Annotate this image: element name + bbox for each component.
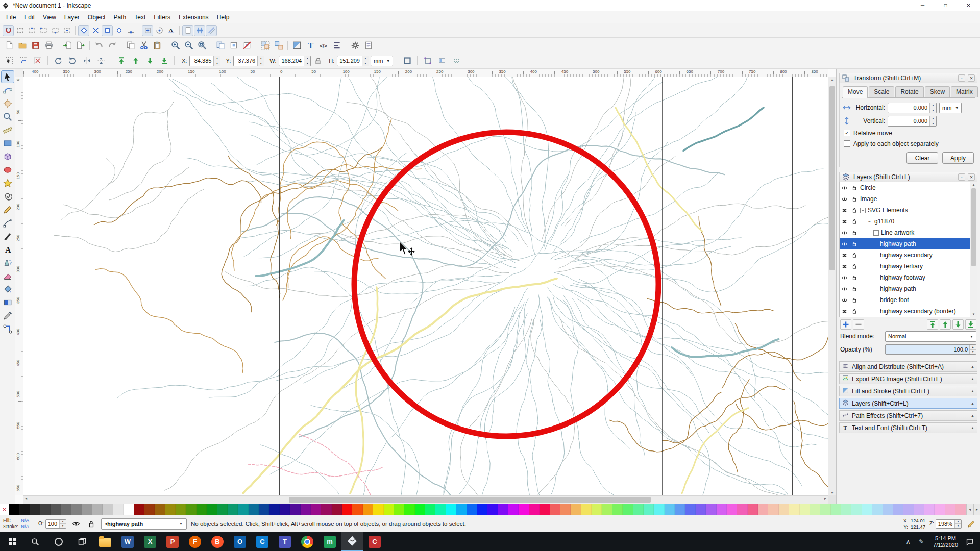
menu-help[interactable]: Help — [213, 12, 234, 22]
fill-stroke-dock[interactable]: Fill and Stroke (Shift+Ctrl+F)▲ — [839, 386, 977, 396]
align-distribute-dock[interactable]: Align and Distribute (Shift+Ctrl+A)▲ — [839, 361, 977, 372]
fill-stroke-indicator[interactable]: Fill: N/A Stroke: N/A — [3, 518, 34, 530]
vertical-spinner[interactable]: ▲▼ — [929, 116, 936, 126]
layer-visibility-toggle[interactable] — [840, 252, 849, 259]
tweak-tool-button[interactable] — [1, 97, 14, 110]
palette-swatch[interactable] — [519, 504, 529, 515]
palette-swatch[interactable] — [633, 504, 644, 515]
palette-swatch[interactable] — [259, 504, 269, 515]
palette-swatch[interactable] — [197, 504, 207, 515]
menu-object[interactable]: Object — [84, 12, 110, 22]
layer-visibility-toggle[interactable] — [840, 308, 849, 315]
palette-swatch[interactable] — [113, 504, 124, 515]
zoom-indicator[interactable]: Z: 198%▲▼ — [929, 519, 962, 529]
palette-swatch[interactable] — [737, 504, 747, 515]
palette-swatch[interactable] — [92, 504, 103, 515]
palette-swatch[interactable] — [332, 504, 342, 515]
layer-row-svg-elements[interactable]: −SVG Elements — [840, 205, 970, 216]
palette-swatch[interactable] — [249, 504, 259, 515]
palette-swatch[interactable] — [550, 504, 560, 515]
import-button[interactable] — [61, 39, 74, 52]
palette-swatch[interactable] — [924, 504, 935, 515]
bezier-tool-button[interactable] — [1, 216, 14, 229]
layer-lock-toggle[interactable] — [849, 252, 859, 258]
dock-float-button[interactable]: ▫ — [958, 74, 965, 82]
snap-bbox-edges-button[interactable] — [26, 25, 37, 36]
scroll-right-icon[interactable]: ▸ — [824, 496, 826, 501]
print-document-button[interactable] — [42, 39, 55, 52]
palette-swatch[interactable] — [477, 504, 487, 515]
snap-grids-button[interactable] — [194, 25, 205, 36]
horizontal-scrollbar-thumb[interactable] — [289, 497, 651, 503]
raise-to-top-button[interactable] — [115, 55, 128, 67]
palette-swatch[interactable] — [51, 504, 61, 515]
zoom-drawing-button[interactable] — [169, 39, 182, 52]
connector-tool-button[interactable] — [1, 322, 14, 335]
taskbar-app-meet[interactable]: m — [318, 532, 341, 551]
rectangle-tool-button[interactable] — [1, 137, 14, 149]
palette-swatch[interactable] — [665, 504, 675, 515]
palette-swatch[interactable] — [176, 504, 186, 515]
layer-row-highway-secondary-border-[interactable]: highway secondary (border) — [840, 306, 970, 317]
document-properties-button[interactable] — [362, 39, 375, 52]
palette-swatch[interactable] — [779, 504, 789, 515]
snap-line-midpoints-button[interactable] — [125, 25, 136, 36]
layer-row-highway-tertiary[interactable]: highway tertiary — [840, 261, 970, 272]
palette-swatch[interactable] — [872, 504, 883, 515]
palette-swatch[interactable] — [727, 504, 737, 515]
layer-visibility-toggle[interactable] — [840, 274, 849, 281]
tab-matrix[interactable]: Matrix — [951, 86, 978, 97]
maximize-button[interactable]: □ — [934, 0, 957, 11]
align-dialog-button[interactable] — [330, 39, 343, 52]
relative-move-checkbox[interactable]: ✓ Relative move — [842, 128, 975, 138]
h-spinner[interactable]: ▲▼ — [362, 56, 369, 66]
palette-swatch[interactable] — [955, 504, 966, 515]
fill-stroke-dialog-button[interactable] — [290, 39, 303, 52]
lower-to-bottom-button[interactable] — [158, 55, 170, 67]
palette-swatch[interactable] — [82, 504, 92, 515]
palette-swatch[interactable] — [404, 504, 414, 515]
tree-expander-icon[interactable]: − — [873, 230, 879, 236]
affect-gradients-toggle[interactable] — [435, 55, 448, 67]
palette-swatch[interactable] — [435, 504, 446, 515]
taskbar-app-app-c-red[interactable]: C — [363, 532, 386, 551]
unlink-clone-button[interactable] — [240, 39, 253, 52]
ungroup-button[interactable] — [272, 39, 285, 52]
delete-layer-button[interactable] — [853, 319, 864, 330]
layer-row-circle[interactable]: Circle — [840, 182, 970, 193]
layer-lock-toggle[interactable] — [849, 207, 859, 213]
vertical-scrollbar-thumb[interactable] — [829, 86, 835, 270]
taskbar-search-button[interactable] — [23, 532, 47, 551]
flip-horizontal-button[interactable] — [80, 55, 93, 67]
select-all-button[interactable] — [3, 55, 15, 67]
scroll-up-icon[interactable]: ▲ — [828, 78, 836, 82]
preferences-button[interactable] — [349, 39, 361, 52]
path-effects-dock[interactable]: Path Effects (Shift+Ctrl+7)▲ — [839, 410, 977, 421]
palette-swatch[interactable] — [935, 504, 945, 515]
palette-swatch[interactable] — [914, 504, 924, 515]
palette-swatch[interactable] — [820, 504, 830, 515]
palette-swatch[interactable] — [217, 504, 228, 515]
palette-swatch[interactable] — [134, 504, 144, 515]
bucket-tool-button[interactable] — [1, 283, 14, 295]
box3d-tool-button[interactable] — [1, 150, 14, 163]
export-button[interactable] — [74, 39, 87, 52]
start-button[interactable] — [0, 532, 23, 551]
palette-swatch[interactable] — [19, 504, 30, 515]
menu-file[interactable]: File — [2, 12, 20, 22]
layers-dock-header[interactable]: Layers (Shift+Ctrl+L) ▫ ✕ — [839, 172, 977, 182]
text-font-dock[interactable]: TText and Font (Shift+Ctrl+T)▲ — [839, 422, 977, 433]
layer-visibility-toggle[interactable] — [840, 185, 849, 191]
layer-visibility-toggle[interactable] — [840, 241, 849, 247]
layer-visibility-toggle[interactable] — [840, 286, 849, 292]
y-spinner[interactable]: ▲▼ — [257, 56, 264, 66]
palette-swatch[interactable] — [61, 504, 71, 515]
horizontal-ruler[interactable]: -400-350-300-250-200-150-100-50050100150… — [23, 69, 828, 77]
new-document-button[interactable] — [3, 39, 15, 52]
calligraphy-tool-button[interactable] — [1, 230, 14, 242]
palette-swatch[interactable] — [768, 504, 778, 515]
palette-swatch[interactable] — [280, 504, 290, 515]
notification-center-icon[interactable] — [963, 538, 976, 546]
snap-path-intersections-button[interactable] — [90, 25, 101, 36]
layer-lock-toggle[interactable] — [849, 263, 859, 269]
